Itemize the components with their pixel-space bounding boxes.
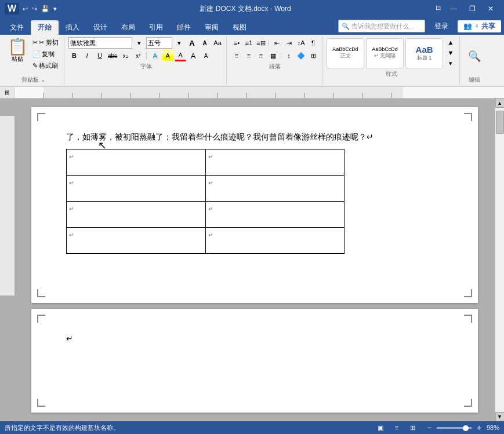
- tab-layout[interactable]: 布局: [114, 20, 142, 35]
- minimize-button[interactable]: —: [445, 3, 462, 14]
- style-no-spacing[interactable]: AaBbCcDd ↵ 无间隔: [366, 38, 404, 68]
- table-cell-r3c2[interactable]: ↵: [205, 202, 345, 228]
- share-button[interactable]: 👥 ♀ 共享: [458, 20, 501, 32]
- tab-home[interactable]: 开始: [31, 20, 59, 35]
- styles-group: AaBbCcDd 正文 AaBbCcDd ↵ 无间隔 AaB 标题 1 ▲ ▼ …: [324, 36, 460, 85]
- styles-more[interactable]: ▾: [445, 59, 456, 68]
- increase-indent-button[interactable]: ⇥: [283, 37, 295, 49]
- line-spacing-button[interactable]: ↕: [283, 50, 295, 61]
- scroll-thumb[interactable]: [496, 111, 504, 134]
- font-size-input[interactable]: [146, 37, 172, 49]
- italic-button[interactable]: I: [81, 50, 93, 61]
- page2-text[interactable]: ↵: [66, 332, 443, 345]
- vertical-scrollbar[interactable]: ▲ ▼: [495, 99, 504, 421]
- justify-button[interactable]: ▦: [267, 50, 279, 61]
- multilevel-list-button[interactable]: ≡⊞: [255, 37, 267, 49]
- table-cell-r2c1[interactable]: ↵: [67, 176, 206, 202]
- table-cell-r4c1[interactable]: ↵: [67, 228, 206, 254]
- page2-corner-tl: [37, 315, 45, 323]
- tab-file[interactable]: 文件: [3, 20, 31, 35]
- view-print-button[interactable]: ▣: [375, 422, 386, 433]
- zoom-percentage[interactable]: 98%: [487, 424, 499, 431]
- clipboard-expand-icon[interactable]: ⌄: [41, 76, 45, 83]
- table-cell-r1c1[interactable]: ↵: [67, 149, 206, 176]
- underline-button[interactable]: U: [94, 50, 106, 61]
- decrease-indent-button[interactable]: ⇤: [271, 37, 282, 49]
- tab-view[interactable]: 视图: [226, 20, 253, 35]
- font-size-decrease[interactable]: A: [200, 50, 212, 61]
- copy-button[interactable]: 📄 复制: [30, 49, 61, 60]
- highlight-button[interactable]: A: [162, 50, 173, 61]
- tab-insert[interactable]: 插入: [59, 20, 86, 35]
- table-cell-r1c2[interactable]: ↵: [205, 149, 345, 176]
- zoom-out-button[interactable]: −: [423, 422, 435, 433]
- font-shrink-button[interactable]: A: [199, 37, 211, 49]
- zoom-slider[interactable]: [437, 427, 472, 429]
- view-read-button[interactable]: ≡: [391, 422, 403, 433]
- view-web-button[interactable]: ⊞: [407, 422, 419, 433]
- find-button[interactable]: 🔍: [464, 46, 485, 67]
- bold-button[interactable]: B: [68, 50, 80, 61]
- tab-references[interactable]: 引用: [142, 20, 170, 35]
- table-cell-r4c2[interactable]: ↵: [205, 228, 345, 254]
- scroll-down-button[interactable]: ▼: [495, 412, 505, 421]
- login-button[interactable]: 登录: [430, 20, 453, 32]
- save-button[interactable]: 💾: [40, 5, 50, 13]
- tab-design[interactable]: 设计: [86, 20, 114, 35]
- sort-button[interactable]: ↕A: [295, 37, 307, 49]
- table-row: ↵ ↵: [67, 228, 345, 254]
- font-size-increase[interactable]: A: [187, 50, 199, 61]
- page2-corner-bl: [37, 399, 45, 407]
- table-row: ↵ ↵: [67, 202, 345, 228]
- document-scroll-area[interactable]: ↖ 了，如薄雾，被初阳蒸融了；我留着些什么痕迹呢？我何曾留着像游丝样的痕迹呢？↵…: [14, 99, 495, 421]
- style-normal[interactable]: AaBbCcDd 正文: [327, 38, 364, 68]
- style-heading1[interactable]: AaB 标题 1: [405, 38, 443, 68]
- tab-mail[interactable]: 邮件: [170, 20, 198, 35]
- superscript-button[interactable]: x²: [132, 50, 144, 61]
- numbered-list-button[interactable]: ≡1: [243, 37, 255, 49]
- font-name-input[interactable]: [68, 37, 132, 49]
- zoom-in-button[interactable]: +: [473, 422, 485, 433]
- show-marks-button[interactable]: ¶: [307, 37, 319, 49]
- align-center-button[interactable]: ≡: [243, 50, 255, 61]
- font-color-button[interactable]: A: [175, 50, 186, 61]
- doc-text-line[interactable]: 了，如薄雾，被初阳蒸融了；我留着些什么痕迹呢？我何曾留着像游丝样的痕迹呢？↵: [66, 130, 443, 143]
- zoom-slider-thumb[interactable]: [463, 425, 469, 431]
- maximize-button[interactable]: ❐: [463, 3, 481, 14]
- search-icon: 🔍: [342, 23, 350, 30]
- close-button[interactable]: ✕: [482, 3, 499, 14]
- customize-button[interactable]: ▾: [52, 5, 58, 13]
- undo-button[interactable]: ↩: [21, 5, 29, 13]
- font-name-dropdown[interactable]: ▾: [133, 37, 145, 49]
- text-effect-button[interactable]: A: [149, 50, 161, 61]
- shading-button[interactable]: 🔷: [295, 50, 307, 61]
- cell-mark: ↵: [208, 154, 213, 160]
- font-grow-button[interactable]: A: [186, 37, 198, 49]
- scroll-up-button[interactable]: ▲: [495, 99, 505, 108]
- bullet-list-button[interactable]: ≡•: [231, 37, 242, 49]
- align-right-button[interactable]: ≡: [255, 50, 267, 61]
- paste-button[interactable]: 📋 粘贴: [6, 37, 29, 65]
- tab-review[interactable]: 审阅: [198, 20, 226, 35]
- cut-button[interactable]: ✂ ✂ 剪切: [30, 37, 61, 48]
- search-bar[interactable]: 🔍 告诉我您想要做什么...: [338, 20, 425, 32]
- subscript-button[interactable]: x₂: [119, 50, 131, 61]
- styles-scroll-up[interactable]: ▲: [445, 38, 456, 47]
- font-size-dropdown[interactable]: ▾: [173, 37, 185, 49]
- borders-button[interactable]: ⊞: [307, 50, 319, 61]
- clear-format-button[interactable]: Aa: [212, 37, 223, 49]
- format-painter-button[interactable]: ✎ 格式刷: [30, 60, 61, 71]
- document-table[interactable]: ↵ ↵ ↵ ↵: [66, 149, 345, 254]
- strikethrough-button[interactable]: abc: [107, 50, 118, 61]
- para-row-2: ≡ ≡ ≡ ▦ ↕ 🔷 ⊞: [231, 50, 319, 61]
- align-left-button[interactable]: ≡: [231, 50, 242, 61]
- ruler-corner[interactable]: ⊞: [0, 87, 14, 98]
- redo-button[interactable]: ↪: [31, 5, 38, 13]
- table-cell-r3c1[interactable]: ↵: [67, 202, 206, 228]
- page-1-content: 了，如薄雾，被初阳蒸融了；我留着些什么痕迹呢？我何曾留着像游丝样的痕迹呢？↵ ↵…: [31, 107, 478, 276]
- para-divider-2: [281, 52, 281, 59]
- quick-access-toolbar: ↩ ↪ 💾 ▾: [21, 5, 58, 13]
- style-normal-label: 正文: [340, 52, 351, 60]
- table-cell-r2c2[interactable]: ↵: [205, 176, 345, 202]
- styles-scroll-down[interactable]: ▼: [445, 48, 456, 57]
